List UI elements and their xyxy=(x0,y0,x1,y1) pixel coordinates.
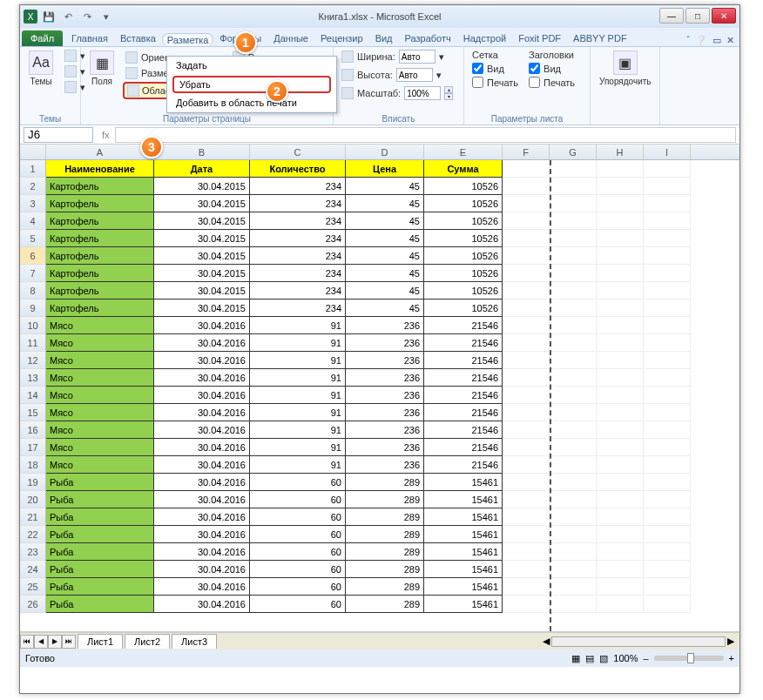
row-header[interactable]: 7 xyxy=(20,265,46,282)
cell-qty[interactable]: 60 xyxy=(250,578,346,596)
cell-date[interactable]: 30.04.2016 xyxy=(154,526,250,543)
row-header[interactable]: 21 xyxy=(20,508,46,526)
cell-sum[interactable]: 21546 xyxy=(424,404,503,421)
row-header[interactable]: 24 xyxy=(20,561,46,578)
table-row[interactable]: 3Картофель30.04.20152344510526 xyxy=(20,195,739,212)
hscroll-right[interactable]: ▶ xyxy=(727,636,734,647)
cell-qty[interactable]: 60 xyxy=(250,543,346,561)
grid-rows[interactable]: 1НаименованиеДатаКоличествоЦенаСумма2Кар… xyxy=(20,160,739,630)
row-header[interactable]: 4 xyxy=(20,212,46,230)
row-header[interactable]: 2 xyxy=(20,178,46,195)
headings-view-checkbox[interactable]: Вид xyxy=(526,62,577,75)
cell-name[interactable]: Рыба xyxy=(46,526,154,543)
cell-name[interactable]: Рыба xyxy=(46,596,154,613)
table-row[interactable]: 25Рыба30.04.20166028915461 xyxy=(20,578,739,596)
tab-file[interactable]: Файл xyxy=(22,30,63,46)
tab-page-layout[interactable]: Разметка xyxy=(162,33,214,46)
cell-sum[interactable]: 15461 xyxy=(424,596,503,613)
cell-qty[interactable]: 91 xyxy=(250,439,346,456)
cell-sum[interactable]: 15461 xyxy=(424,543,503,561)
scale-width-input[interactable] xyxy=(399,50,436,64)
row-header[interactable]: 23 xyxy=(20,543,46,561)
cell-sum[interactable]: 15461 xyxy=(424,526,503,543)
window-restore-icon[interactable]: ▭ xyxy=(712,35,721,46)
tab-data[interactable]: Данные xyxy=(267,30,314,46)
cell-date[interactable]: 30.04.2016 xyxy=(154,421,250,439)
table-row[interactable]: 17Мясо30.04.20169123621546 xyxy=(20,439,739,456)
table-row[interactable]: 20Рыба30.04.20166028915461 xyxy=(20,491,739,508)
cell-date[interactable]: 30.04.2015 xyxy=(154,265,250,282)
cell-name[interactable]: Картофель xyxy=(46,247,154,265)
table-row[interactable]: 22Рыба30.04.20166028915461 xyxy=(20,526,739,543)
cell-name[interactable]: Мясо xyxy=(46,387,154,404)
qat-save-icon[interactable]: 💾 xyxy=(41,9,57,24)
cell-date[interactable]: 30.04.2016 xyxy=(154,317,250,334)
cell-name[interactable]: Рыба xyxy=(46,543,154,561)
themes-button[interactable]: Aa Темы xyxy=(25,49,57,125)
cell-date[interactable]: 30.04.2015 xyxy=(154,230,250,247)
sheet-nav-prev[interactable]: ◀ xyxy=(34,635,48,649)
cell-qty[interactable]: 91 xyxy=(250,421,346,439)
cell-price[interactable]: 289 xyxy=(346,543,424,561)
cell-date[interactable]: 30.04.2015 xyxy=(154,300,250,317)
row-header[interactable]: 12 xyxy=(20,352,46,369)
cell-price[interactable]: 45 xyxy=(346,230,424,247)
row-header[interactable]: 17 xyxy=(20,439,46,456)
cell-date[interactable]: 30.04.2016 xyxy=(154,387,250,404)
table-row[interactable]: 19Рыба30.04.20166028915461 xyxy=(20,474,739,491)
cell-sum[interactable]: 21546 xyxy=(424,369,503,387)
sheet-nav-last[interactable]: ⏭ xyxy=(62,635,76,649)
cell-price[interactable]: 45 xyxy=(346,178,424,195)
cell-price[interactable]: 236 xyxy=(346,334,424,352)
gridlines-view-checkbox[interactable]: Вид xyxy=(469,62,521,75)
formula-input[interactable] xyxy=(115,127,736,143)
row-header[interactable]: 3 xyxy=(20,195,46,212)
header-sum[interactable]: Сумма xyxy=(424,160,503,178)
cell-price[interactable]: 45 xyxy=(346,282,424,300)
cell-qty[interactable]: 91 xyxy=(250,387,346,404)
zoom-level[interactable]: 100% xyxy=(613,653,638,663)
cell-sum[interactable]: 10526 xyxy=(424,195,503,212)
cell-name[interactable]: Мясо xyxy=(46,404,154,421)
headings-print-checkbox[interactable]: Печать xyxy=(526,76,577,89)
doc-close-icon[interactable]: ✕ xyxy=(726,35,734,46)
table-row[interactable]: 23Рыба30.04.20166028915461 xyxy=(20,543,739,561)
cell-name[interactable]: Мясо xyxy=(46,317,154,334)
cell-name[interactable]: Рыба xyxy=(46,578,154,596)
cell-price[interactable]: 289 xyxy=(346,508,424,526)
scale-pct[interactable]: Масштаб: ▴▾ xyxy=(339,85,456,101)
table-row[interactable]: 6Картофель30.04.20152344510526 xyxy=(20,247,739,265)
cell-qty[interactable]: 60 xyxy=(250,474,346,491)
cell-sum[interactable]: 21546 xyxy=(424,334,503,352)
cell-price[interactable]: 45 xyxy=(346,265,424,282)
table-row[interactable]: 13Мясо30.04.20169123621546 xyxy=(20,369,739,387)
cell-price[interactable]: 289 xyxy=(346,596,424,613)
cell-qty[interactable]: 91 xyxy=(250,404,346,421)
zoom-out-button[interactable]: – xyxy=(643,653,648,663)
cell-sum[interactable]: 10526 xyxy=(424,300,503,317)
col-header-B[interactable]: B xyxy=(154,145,250,159)
cell-name[interactable]: Картофель xyxy=(46,212,154,230)
zoom-in-button[interactable]: + xyxy=(729,653,734,663)
cell-price[interactable]: 289 xyxy=(346,491,424,508)
cell-name[interactable]: Рыба xyxy=(46,474,154,491)
row-header[interactable]: 19 xyxy=(20,474,46,491)
cell-price[interactable]: 236 xyxy=(346,387,424,404)
cell-name[interactable]: Картофель xyxy=(46,282,154,300)
cell-sum[interactable]: 21546 xyxy=(424,456,503,474)
cell-date[interactable]: 30.04.2016 xyxy=(154,439,250,456)
sheet-tab-2[interactable]: Лист2 xyxy=(125,634,170,649)
table-row[interactable]: 4Картофель30.04.20152344510526 xyxy=(20,212,739,230)
cell-date[interactable]: 30.04.2016 xyxy=(154,508,250,526)
margins-button[interactable]: ▦ Поля xyxy=(86,49,118,125)
cell-price[interactable]: 236 xyxy=(346,317,424,334)
cell-sum[interactable]: 15461 xyxy=(424,508,503,526)
table-row[interactable]: 2Картофель30.04.20152344510526 xyxy=(20,178,739,195)
cell-qty[interactable]: 234 xyxy=(250,178,346,195)
cell-date[interactable]: 30.04.2015 xyxy=(154,195,250,212)
cell-sum[interactable]: 15461 xyxy=(424,578,503,596)
zoom-slider[interactable] xyxy=(654,656,724,661)
table-row[interactable]: 12Мясо30.04.20169123621546 xyxy=(20,352,739,369)
cell-date[interactable]: 30.04.2016 xyxy=(154,334,250,352)
arrange-button[interactable]: ▣ Упорядочить xyxy=(596,49,655,125)
